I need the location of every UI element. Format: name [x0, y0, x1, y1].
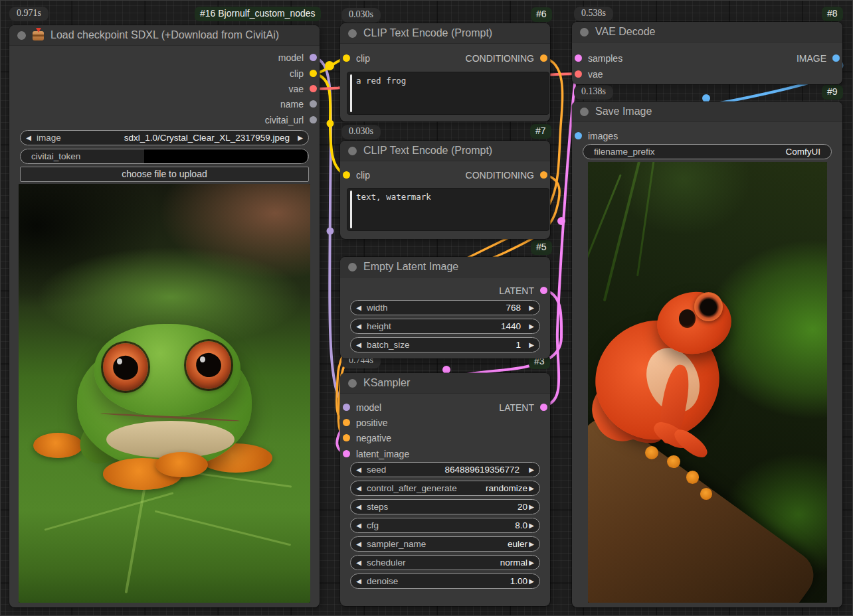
node-id-badge: #5	[531, 240, 552, 255]
decrement-arrow-icon[interactable]: ◀	[351, 537, 367, 551]
increment-arrow-icon[interactable]: ▶	[523, 518, 539, 532]
image-combo-widget[interactable]: ◀ image sdxl_1.0/Crystal_Clear_XL_231795…	[20, 130, 309, 145]
textarea-scrollbar[interactable]	[350, 191, 352, 228]
node-vae-decode[interactable]: VAE Decode samples IMAGE vae	[572, 22, 842, 84]
node-status-dot	[348, 147, 357, 155]
output-port-vae[interactable]	[310, 85, 317, 92]
increment-arrow-icon[interactable]: ▶	[523, 481, 539, 495]
output-port-latent[interactable]	[540, 287, 547, 294]
download-tray-icon	[33, 31, 44, 40]
decrement-arrow-icon[interactable]: ◀	[351, 574, 367, 588]
sampler-name-widget[interactable]: ◀ sampler_name euler ▶	[350, 536, 540, 552]
input-port-negative[interactable]	[343, 434, 350, 441]
output-port-model[interactable]	[310, 54, 317, 61]
decrement-arrow-icon[interactable]: ◀	[351, 481, 367, 495]
increment-arrow-icon[interactable]: ▶	[523, 319, 539, 333]
output-port-conditioning[interactable]	[540, 54, 547, 62]
node-title-bar[interactable]: VAE Decode	[572, 22, 842, 42]
steps-widget[interactable]: ◀ steps 20 ▶	[350, 499, 540, 514]
input-port-positive[interactable]	[343, 419, 350, 426]
decrement-arrow-icon[interactable]: ◀	[351, 518, 367, 532]
input-port-samples[interactable]	[575, 54, 582, 62]
combo-left-arrow-icon[interactable]: ◀	[21, 131, 37, 145]
decrement-arrow-icon[interactable]: ◀	[351, 301, 367, 315]
frog-pupil	[110, 352, 142, 383]
node-id-badge: #8	[822, 7, 843, 21]
increment-arrow-icon[interactable]: ▶	[523, 338, 539, 352]
node-status-dot	[348, 29, 357, 38]
increment-arrow-icon[interactable]: ▶	[523, 463, 539, 477]
node-title-bar[interactable]: CLIP Text Encode (Prompt)	[340, 23, 550, 44]
node-title: CLIP Text Encode (Prompt)	[363, 145, 492, 157]
node-status-dot	[348, 263, 357, 271]
frog-eye	[694, 292, 723, 321]
civitai-token-widget[interactable]: civitai_token	[20, 149, 309, 164]
increment-arrow-icon[interactable]: ▶	[523, 556, 539, 570]
node-title: Load checkpoint SDXL (+Download from Civ…	[50, 29, 279, 41]
node-title-bar[interactable]: Empty Latent Image	[340, 257, 550, 277]
node-load-checkpoint[interactable]: Load checkpoint SDXL (+Download from Civ…	[9, 25, 320, 607]
input-port-images[interactable]	[575, 132, 582, 139]
increment-arrow-icon[interactable]: ▶	[523, 500, 539, 514]
cfg-widget[interactable]: ◀ cfg 8.0 ▶	[350, 518, 540, 533]
increment-arrow-icon[interactable]: ▶	[523, 574, 539, 588]
frog-left-eye	[103, 343, 148, 392]
output-port-civitai-url[interactable]	[310, 116, 317, 123]
node-status-dot	[580, 108, 589, 116]
output-port-conditioning[interactable]	[540, 171, 547, 179]
decrement-arrow-icon[interactable]: ◀	[351, 338, 367, 352]
output-port-name[interactable]	[310, 100, 317, 108]
output-row: clip	[12, 66, 317, 81]
increment-arrow-icon[interactable]: ▶	[523, 537, 539, 551]
eye-highlight	[200, 356, 205, 362]
port-row: model LATENT	[343, 400, 547, 415]
port-row: samples IMAGE	[575, 50, 840, 66]
checkpoint-preview-image	[19, 184, 310, 603]
scheduler-widget[interactable]: ◀ scheduler normal ▶	[350, 555, 540, 570]
increment-arrow-icon[interactable]: ▶	[523, 301, 539, 315]
decrement-arrow-icon[interactable]: ◀	[351, 500, 367, 514]
combo-right-arrow-icon[interactable]: ▶	[292, 131, 308, 145]
frog-toe	[700, 488, 712, 499]
denoise-widget[interactable]: ◀ denoise 1.00 ▶	[350, 574, 540, 589]
node-title-bar[interactable]: CLIP Text Encode (Prompt)	[340, 141, 550, 161]
choose-file-button[interactable]: choose file to upload	[20, 167, 309, 182]
filename-prefix-widget[interactable]: filename_prefix ComfyUI	[583, 144, 832, 159]
node-clip-text-encode-negative[interactable]: CLIP Text Encode (Prompt) clip CONDITION…	[340, 141, 550, 239]
batch-size-widget[interactable]: ◀ batch_size 1 ▶	[350, 337, 540, 352]
node-graph-canvas[interactable]: 0.971s #16 Bjornulf_custom_nodes 0.030s …	[0, 0, 853, 616]
port-row: clip CONDITIONING	[343, 167, 547, 183]
node-empty-latent-image[interactable]: Empty Latent Image LATENT ◀ width 768 ▶ …	[340, 257, 550, 358]
input-port-clip[interactable]	[343, 54, 350, 62]
node-id-badge: #16 Bjornulf_custom_nodes	[195, 7, 321, 21]
node-title-bar[interactable]: KSampler	[340, 373, 550, 394]
textarea-scrollbar[interactable]	[350, 74, 352, 112]
decrement-arrow-icon[interactable]: ◀	[351, 556, 367, 570]
input-port-clip[interactable]	[343, 171, 350, 179]
node-id-badge: #7	[530, 124, 551, 139]
prompt-textarea[interactable]: a red frog	[347, 72, 549, 115]
node-save-image[interactable]: Save Image images filename_prefix ComfyU…	[572, 102, 842, 607]
execution-time-badge: 0.971s	[9, 7, 48, 21]
node-title: VAE Decode	[595, 26, 655, 38]
decrement-arrow-icon[interactable]: ◀	[351, 319, 367, 333]
node-status-dot	[17, 31, 26, 40]
decrement-arrow-icon[interactable]: ◀	[351, 463, 367, 477]
control-after-generate-widget[interactable]: ◀ control_after_generate randomize ▶	[350, 481, 540, 496]
output-port-latent[interactable]	[540, 404, 547, 411]
frog-toe	[667, 455, 680, 469]
output-port-image[interactable]	[832, 54, 840, 62]
node-title-bar[interactable]: Load checkpoint SDXL (+Download from Civ…	[9, 25, 320, 46]
input-port-model[interactable]	[343, 404, 350, 411]
input-port-vae[interactable]	[575, 70, 582, 78]
height-widget[interactable]: ◀ height 1440 ▶	[350, 319, 540, 334]
node-ksampler[interactable]: KSampler model LATENT positive negative …	[340, 373, 550, 606]
node-status-dot	[348, 379, 357, 388]
width-widget[interactable]: ◀ width 768 ▶	[350, 300, 540, 315]
prompt-textarea[interactable]: text, watermark	[347, 188, 549, 231]
input-port-latent-image[interactable]	[343, 450, 350, 457]
node-clip-text-encode-positive[interactable]: CLIP Text Encode (Prompt) clip CONDITION…	[340, 23, 550, 121]
node-title-bar[interactable]: Save Image	[572, 102, 842, 122]
seed-widget[interactable]: ◀ seed 864889619356772 ▶	[350, 462, 540, 477]
output-port-clip[interactable]	[310, 70, 317, 77]
